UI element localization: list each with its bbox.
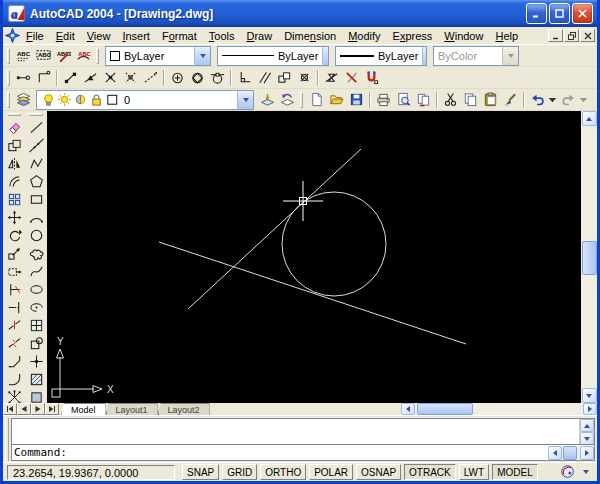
revision-cloud-button[interactable] xyxy=(26,244,46,262)
cut-button[interactable] xyxy=(440,90,460,110)
status-toggle-snap[interactable]: SNAP xyxy=(182,464,219,480)
snap-to-node-button[interactable] xyxy=(294,68,314,88)
mirror-button[interactable] xyxy=(4,154,24,172)
snap-to-nearest-button[interactable] xyxy=(321,68,341,88)
coordinate-display[interactable]: 23.2654, 19.9367, 0.0000 xyxy=(7,465,175,480)
snap-to-insert-button[interactable] xyxy=(274,68,294,88)
previous-tab-button[interactable] xyxy=(17,403,31,415)
circle-button[interactable] xyxy=(26,226,46,244)
arc-aligned-text-button[interactable]: ABC xyxy=(73,46,93,66)
erase-button[interactable] xyxy=(4,118,24,136)
toolbar-grip[interactable] xyxy=(7,70,10,86)
match-properties-button[interactable] xyxy=(500,90,520,110)
horizontal-scroll-track[interactable] xyxy=(415,403,583,415)
communication-center-icon[interactable] xyxy=(560,464,575,481)
toolbar-grip[interactable] xyxy=(300,92,303,108)
menu-help[interactable]: Help xyxy=(489,29,524,43)
linetype-combobox[interactable]: ByLayer xyxy=(217,46,329,66)
snap-to-center-button[interactable] xyxy=(167,68,187,88)
fillet-button[interactable] xyxy=(4,370,24,388)
redo-button[interactable] xyxy=(558,90,578,110)
next-tab-button[interactable] xyxy=(31,403,45,415)
command-hscroll-track[interactable] xyxy=(562,446,580,460)
last-tab-button[interactable] xyxy=(45,403,59,415)
undo-button[interactable] xyxy=(527,90,547,110)
make-block-button[interactable] xyxy=(26,334,46,352)
array-button[interactable] xyxy=(4,190,24,208)
menu-tools[interactable]: Tools xyxy=(203,29,241,43)
insert-block-button[interactable] xyxy=(26,316,46,334)
ellipse-button[interactable] xyxy=(26,280,46,298)
scale-button[interactable] xyxy=(4,244,24,262)
scroll-right-button[interactable] xyxy=(583,403,597,415)
layer-properties-button[interactable] xyxy=(13,90,33,110)
scroll-down-button[interactable] xyxy=(582,388,597,403)
menu-draw[interactable]: Draw xyxy=(240,29,278,43)
maximize-button[interactable] xyxy=(549,3,570,24)
toolbar-grip[interactable] xyxy=(7,48,10,64)
lineweight-dropdown-arrow[interactable] xyxy=(422,47,427,65)
copy-object-button[interactable] xyxy=(4,136,24,154)
first-tab-button[interactable] xyxy=(3,403,17,415)
extend-button[interactable] xyxy=(4,298,24,316)
spline-button[interactable] xyxy=(26,262,46,280)
layer-previous-button[interactable] xyxy=(277,90,297,110)
hatch-button[interactable] xyxy=(26,370,46,388)
horizontal-scrollbar[interactable] xyxy=(401,403,597,415)
arc-button[interactable] xyxy=(26,208,46,226)
line-button[interactable] xyxy=(26,118,46,136)
toolbar-grip[interactable] xyxy=(7,113,21,116)
snap-to-intersection-button[interactable] xyxy=(100,68,120,88)
mdi-restore-button[interactable] xyxy=(564,29,579,42)
polygon-button[interactable] xyxy=(26,172,46,190)
snap-to-parallel-button[interactable] xyxy=(254,68,274,88)
menu-file[interactable]: File xyxy=(20,29,50,43)
color-dropdown-arrow[interactable] xyxy=(194,47,210,65)
command-scroll-left-button[interactable] xyxy=(548,446,562,460)
region-button[interactable] xyxy=(26,388,46,403)
menu-view[interactable]: View xyxy=(81,29,117,43)
compass-icon[interactable] xyxy=(5,28,20,43)
drawing-line-1[interactable] xyxy=(188,149,361,309)
new-file-button[interactable] xyxy=(306,90,326,110)
linetype-dropdown-arrow[interactable] xyxy=(322,47,329,65)
minimize-button[interactable] xyxy=(526,3,547,24)
tab-layout1[interactable]: Layout1 xyxy=(106,403,158,415)
snap-to-extension-button[interactable] xyxy=(140,68,160,88)
toolbar-grip[interactable] xyxy=(96,48,99,64)
status-toggle-model[interactable]: MODEL xyxy=(492,464,538,480)
redo-caret-button[interactable] xyxy=(578,90,589,110)
construction-line-button[interactable] xyxy=(26,136,46,154)
command-history[interactable]: Specify point on object for second tange… xyxy=(12,419,579,444)
menu-edit[interactable]: Edit xyxy=(50,29,81,43)
break-button[interactable] xyxy=(4,334,24,352)
command-hscroll-thumb[interactable] xyxy=(563,446,577,460)
status-menu-arrow[interactable] xyxy=(579,465,593,479)
status-toggle-otrack[interactable]: OTRACK xyxy=(404,464,456,480)
publish-button[interactable] xyxy=(413,90,433,110)
color-combobox[interactable]: ByLayer xyxy=(105,46,211,66)
copy-clip-button[interactable] xyxy=(460,90,480,110)
point-button[interactable] xyxy=(26,352,46,370)
offset-button[interactable] xyxy=(4,172,24,190)
snap-to-perpendicular-button[interactable] xyxy=(234,68,254,88)
snap-to-apparent-intersection-button[interactable] xyxy=(120,68,140,88)
mdi-close-button[interactable] xyxy=(580,29,595,42)
toolbar-grip[interactable] xyxy=(29,113,43,116)
rotate-button[interactable] xyxy=(4,226,24,244)
command-scrollbar[interactable] xyxy=(579,419,594,444)
command-horizontal-scrollbar[interactable] xyxy=(548,446,594,460)
menu-insert[interactable]: Insert xyxy=(116,29,156,43)
plot-button[interactable] xyxy=(373,90,393,110)
tab-layout2[interactable]: Layout2 xyxy=(158,403,210,415)
open-file-button[interactable] xyxy=(326,90,346,110)
layer-dropdown-arrow[interactable] xyxy=(237,91,253,109)
vertical-scrollbar[interactable] xyxy=(581,111,597,403)
stretch-button[interactable] xyxy=(4,262,24,280)
command-scroll-up-button[interactable] xyxy=(580,419,594,432)
explode-button[interactable] xyxy=(4,388,24,403)
save-file-button[interactable] xyxy=(346,90,366,110)
title-bar[interactable]: a AutoCAD 2004 - [Drawing2.dwg] xyxy=(3,0,597,27)
layer-combobox[interactable]: 0 xyxy=(36,90,254,110)
vertical-scroll-track[interactable] xyxy=(582,126,597,388)
